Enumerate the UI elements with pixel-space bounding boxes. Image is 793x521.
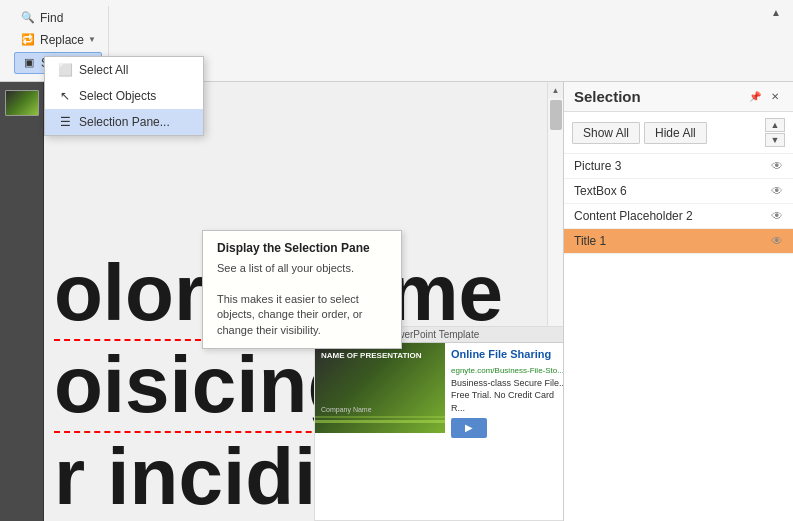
layer-eye-picture3[interactable]: 👁 (771, 159, 783, 173)
layer-item-title1[interactable]: Title 1 👁 (564, 229, 793, 254)
find-label: Find (40, 11, 63, 25)
tooltip-title: Display the Selection Pane (217, 241, 387, 255)
ad-img-subtitle: Company Name (321, 406, 372, 413)
select-objects-label: Select Objects (79, 89, 156, 103)
layer-item-picture3[interactable]: Picture 3 👁 (564, 154, 793, 179)
slide-strip (0, 82, 44, 521)
ad-img-title: NAME OF PRESENTATION (321, 351, 422, 360)
sort-down-button[interactable]: ▼ (765, 133, 785, 147)
panel-header-buttons: 📌 ✕ (747, 89, 783, 105)
panel-pin-icon[interactable]: 📌 (747, 89, 763, 105)
ribbon: 🔍 Find 🔁 Replace ▼ ▣ Select ▼ ▲ ⬜ Select… (0, 0, 793, 82)
tooltip-popup: Display the Selection Pane See a list of… (202, 230, 402, 349)
select-all-icon: ⬜ (57, 62, 73, 78)
panel-close-icon[interactable]: ✕ (767, 89, 783, 105)
doc-area: ▲ ▼ Display the Selection Pane See a lis… (44, 82, 563, 521)
panel-show-hide-buttons: Show All Hide All (572, 122, 707, 144)
ad-panel-image: NAME OF PRESENTATION Company Name (315, 343, 445, 433)
ad-cta-button[interactable]: ▶ (451, 418, 487, 438)
tooltip-line-2: This makes it easier to select objects, … (217, 292, 387, 338)
find-button[interactable]: 🔍 Find (14, 8, 102, 28)
minimize-icon[interactable]: ▲ (767, 5, 785, 20)
app-container: 🔍 Find 🔁 Replace ▼ ▣ Select ▼ ▲ ⬜ Select… (0, 0, 793, 521)
ad-right-line2: Free Trial. No Credit Card R... (451, 389, 563, 414)
layer-eye-content2[interactable]: 👁 (771, 209, 783, 223)
ad-panel-right: Online File Sharing egnyte.com/Business-… (445, 343, 563, 518)
selection-pane-item[interactable]: ☰ Selection Pane... (45, 109, 203, 135)
tooltip-desc-1: See a list of all your objects. This mak… (217, 261, 387, 338)
select-all-label: Select All (79, 63, 128, 77)
show-all-button[interactable]: Show All (572, 122, 640, 144)
layer-list: Picture 3 👁 TextBox 6 👁 Content Placehol… (564, 154, 793, 521)
replace-icon: 🔁 (20, 32, 36, 48)
scroll-up-arrow[interactable]: ▲ (548, 82, 564, 98)
tooltip-line-1: See a list of all your objects. (217, 261, 387, 276)
slide-thumbnail[interactable] (5, 90, 39, 116)
select-dropdown-menu: ⬜ Select All ↖ Select Objects ☰ Selectio… (44, 56, 204, 136)
replace-arrow-icon: ▼ (88, 35, 96, 44)
layer-item-textbox6[interactable]: TextBox 6 👁 (564, 179, 793, 204)
ad-right-title: Online File Sharing (451, 347, 563, 362)
selection-panel: Selection 📌 ✕ Show All Hide All ▲ ▼ (563, 82, 793, 521)
select-objects-icon: ↖ (57, 88, 73, 104)
replace-button[interactable]: 🔁 Replace ▼ (14, 30, 102, 50)
layer-label-content2: Content Placeholder 2 (574, 209, 693, 223)
panel-toolbar: Show All Hide All ▲ ▼ (564, 112, 793, 154)
replace-label: Replace (40, 33, 84, 47)
select-all-item[interactable]: ⬜ Select All (45, 57, 203, 83)
layer-eye-textbox6[interactable]: 👁 (771, 184, 783, 198)
hide-all-button[interactable]: Hide All (644, 122, 707, 144)
ad-right-site: egnyte.com/Business-File-Sto... (451, 365, 563, 376)
layer-item-content2[interactable]: Content Placeholder 2 👁 (564, 204, 793, 229)
selection-pane-label: Selection Pane... (79, 115, 170, 129)
panel-header: Selection 📌 ✕ (564, 82, 793, 112)
layer-eye-title1[interactable]: 👁 (771, 234, 783, 248)
ad-panel: Light Screens PowerPoint Template NAME O… (314, 326, 563, 521)
layer-label-picture3: Picture 3 (574, 159, 621, 173)
scroll-thumb[interactable] (550, 100, 562, 130)
select-objects-item[interactable]: ↖ Select Objects (45, 83, 203, 109)
layer-label-title1: Title 1 (574, 234, 606, 248)
ribbon-minimize[interactable]: ▲ (767, 4, 785, 19)
ad-right-line1: Business-class Secure File... (451, 377, 563, 390)
find-icon: 🔍 (20, 10, 36, 26)
selection-pane-icon: ☰ (57, 114, 73, 130)
layer-label-textbox6: TextBox 6 (574, 184, 627, 198)
panel-sort-buttons: ▲ ▼ (765, 118, 785, 147)
main-area: ▲ ▼ Display the Selection Pane See a lis… (0, 82, 793, 521)
sort-up-button[interactable]: ▲ (765, 118, 785, 132)
select-icon: ▣ (21, 55, 37, 71)
panel-title: Selection (574, 88, 641, 105)
